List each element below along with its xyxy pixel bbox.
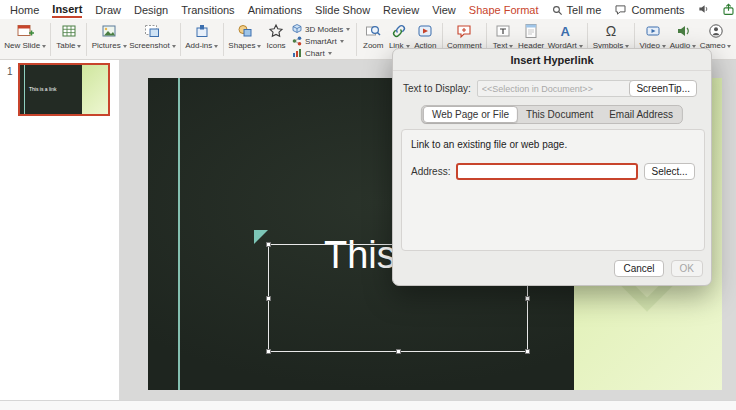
menu-tab-design[interactable]: Design <box>134 2 168 17</box>
new-comment-icon <box>456 22 472 40</box>
add-ins-button[interactable]: Add-ins <box>184 21 220 50</box>
menu-tab-view[interactable]: View <box>432 2 456 17</box>
icons-star-icon <box>268 22 284 40</box>
text-to-display-input[interactable] <box>477 80 639 97</box>
selection-handle[interactable] <box>525 296 530 301</box>
cameo-icon <box>708 22 724 40</box>
share-icon <box>722 3 735 16</box>
smartart-button[interactable]: SmartArt <box>292 36 350 46</box>
audio-button[interactable]: Audio <box>668 21 698 50</box>
instruction-text: Link to an existing file or web page. <box>411 139 567 150</box>
share-button[interactable]: Share <box>722 3 736 16</box>
text-box-icon <box>495 22 511 40</box>
pictures-icon <box>101 22 117 40</box>
shapes-icon <box>237 22 253 40</box>
symbols-button[interactable]: Ω Symbols <box>591 21 631 50</box>
chevron-down-icon <box>340 40 344 43</box>
menu-bar: Home Insert Draw Design Transitions Anim… <box>0 0 736 19</box>
dialog-title: Insert Hyperlink <box>510 54 593 66</box>
menu-tab-shape-format[interactable]: Shape Format <box>469 2 539 17</box>
menu-tab-slide-show[interactable]: Slide Show <box>315 2 370 17</box>
text-box-button[interactable]: Text <box>490 21 516 50</box>
action-button[interactable]: Action <box>412 21 438 50</box>
selection-handle[interactable] <box>525 349 530 354</box>
menu-tab-home[interactable]: Home <box>10 2 39 17</box>
menu-tab-draw[interactable]: Draw <box>95 2 121 17</box>
chevron-down-icon <box>727 45 731 48</box>
group-divider <box>86 23 87 56</box>
omega-icon: Ω <box>606 22 616 40</box>
cancel-button[interactable]: Cancel <box>614 260 663 277</box>
wordart-button[interactable]: A WordArt <box>546 21 584 50</box>
chart-button[interactable]: Chart <box>292 48 350 58</box>
selection-handle[interactable] <box>266 242 271 247</box>
link-options-panel: Link to an existing file or web page. Ad… <box>401 129 705 251</box>
new-slide-button[interactable]: New Slide <box>3 21 47 50</box>
thumbnail-accent-line <box>24 65 25 114</box>
group-divider <box>180 23 181 56</box>
group-divider <box>50 23 51 56</box>
icons-button[interactable]: Icons <box>263 21 289 50</box>
tell-me-button[interactable]: Tell me <box>552 2 602 17</box>
menu-tab-review[interactable]: Review <box>383 2 419 17</box>
group-divider <box>223 23 224 56</box>
address-label: Address: <box>411 166 450 177</box>
link-button[interactable]: Link <box>386 21 412 50</box>
table-button[interactable]: Table <box>54 21 83 50</box>
chevron-down-icon <box>77 45 81 48</box>
status-bar <box>0 400 736 410</box>
chevron-down-icon <box>346 28 350 31</box>
video-button[interactable]: Video <box>638 21 668 50</box>
slide-accent-line <box>178 78 180 390</box>
screenshot-icon <box>144 22 160 40</box>
action-icon <box>417 22 433 40</box>
3d-models-icon <box>292 24 302 34</box>
selection-handle[interactable] <box>266 349 271 354</box>
tab-web-page-or-file[interactable]: Web Page or File <box>423 106 518 123</box>
cameo-button[interactable]: Cameo <box>698 21 733 50</box>
pictures-button[interactable]: Pictures <box>90 21 128 50</box>
menu-tab-transitions[interactable]: Transitions <box>181 2 234 17</box>
thumbnail-green-band <box>82 65 108 114</box>
ok-button[interactable]: OK <box>671 260 703 277</box>
table-icon <box>61 22 77 40</box>
shapes-button[interactable]: Shapes <box>227 21 263 50</box>
comment-button[interactable]: Comment <box>445 21 483 50</box>
screenshot-button[interactable]: Screenshot <box>128 21 176 50</box>
comments-button[interactable]: Comments <box>614 4 684 16</box>
slide-number: 1 <box>7 66 13 77</box>
select-file-button[interactable]: Select... <box>644 163 694 180</box>
menu-tab-animations[interactable]: Animations <box>248 2 302 17</box>
comment-bubble-icon <box>614 4 627 16</box>
smartart-icon <box>292 36 302 46</box>
zoom-button[interactable]: Zoom <box>360 21 386 50</box>
address-input[interactable] <box>456 163 638 180</box>
audio-icon <box>675 22 691 40</box>
dialog-titlebar[interactable]: Insert Hyperlink <box>393 49 711 71</box>
menu-tab-insert[interactable]: Insert <box>52 1 82 18</box>
chevron-down-icon <box>123 45 127 48</box>
slide-thumbnail[interactable]: This is a link <box>18 63 110 116</box>
add-ins-icon <box>194 22 210 40</box>
chevron-down-icon <box>42 45 46 48</box>
3d-models-button[interactable]: 3D Models <box>292 24 350 34</box>
tab-email-address[interactable]: Email Address <box>601 107 681 122</box>
group-divider <box>356 23 357 56</box>
tab-this-document[interactable]: This Document <box>518 107 601 122</box>
insert-hyperlink-dialog: Insert Hyperlink Text to Display: Screen… <box>392 48 712 286</box>
selection-handle[interactable] <box>266 296 271 301</box>
header-footer-icon <box>523 22 539 40</box>
screentip-button[interactable]: ScreenTip... <box>629 80 697 97</box>
selection-handle[interactable] <box>396 349 401 354</box>
speaker-icon[interactable] <box>697 3 710 17</box>
thumbnail-text: This is a link <box>29 86 57 92</box>
chevron-down-icon <box>172 45 176 48</box>
wordart-icon: A <box>561 22 570 40</box>
chevron-down-icon <box>214 45 218 48</box>
link-icon <box>391 22 407 40</box>
powerpoint-window: Home Insert Draw Design Transitions Anim… <box>0 0 736 410</box>
illustrations-stack: 3D Models SmartArt Chart <box>289 21 353 58</box>
zoom-icon <box>365 22 381 40</box>
header-footer-button[interactable]: Header <box>516 21 546 50</box>
chevron-down-icon <box>328 52 332 55</box>
